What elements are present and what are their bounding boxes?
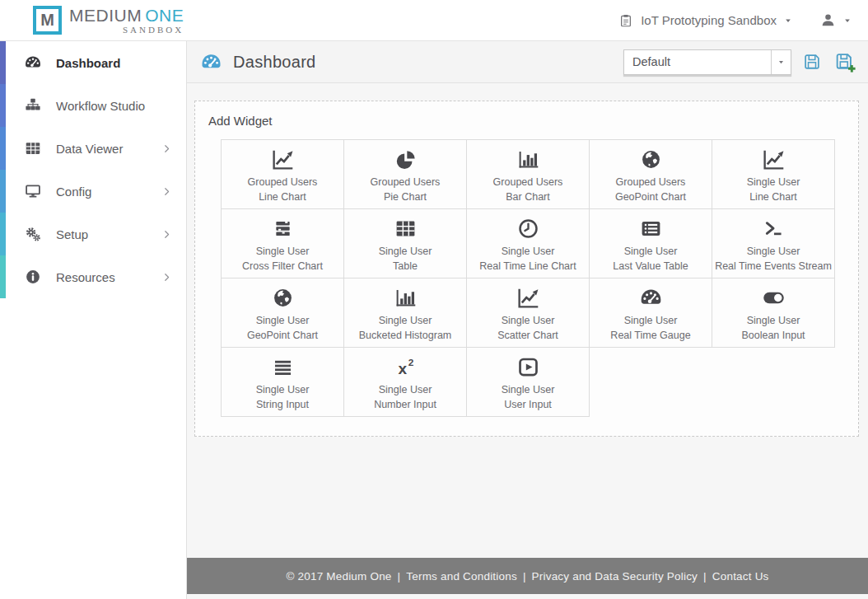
widget-group-label: Single User (256, 382, 310, 397)
widget-single-user-boolean-input[interactable]: Single User Boolean Input (712, 278, 835, 348)
widget-type-label: Boolean Input (741, 328, 805, 343)
logo-text-medium: MEDIUM (69, 6, 142, 25)
footer-link-privacy-and-data-security-policy[interactable]: Privacy and Data Security Policy (532, 570, 698, 583)
pie-chart-icon (394, 147, 418, 171)
content-area: Add Widget Grouped Users Line Chart Grou… (187, 83, 868, 558)
widget-type-label: Cross Filter Chart (242, 259, 323, 274)
widget-single-user-scatter-chart[interactable]: Single User Scatter Chart (467, 278, 590, 348)
sidebar-accent-config (0, 170, 6, 213)
sitemap-icon (24, 96, 42, 115)
widget-single-user-real-time-gauge[interactable]: Single User Real Time Gauge (590, 278, 712, 348)
chevron-right-icon (162, 230, 171, 239)
footer-separator: | (398, 570, 401, 583)
sidebar-item-data-viewer[interactable]: Data Viewer (0, 127, 186, 170)
caret-down-icon (777, 58, 785, 66)
widget-single-user-cross-filter-chart[interactable]: Single User Cross Filter Chart (222, 209, 344, 278)
widget-group-label: Single User (502, 313, 555, 328)
widget-single-user-last-value-table[interactable]: Single User Last Value Table (590, 209, 712, 278)
line-chart-icon (271, 147, 295, 171)
sidebar-item-setup[interactable]: Setup (0, 213, 186, 255)
logo-subtitle: SANDBOX (123, 26, 184, 35)
widget-single-user-bucketed-histogram[interactable]: Single User Bucketed Histogram (344, 278, 467, 348)
sidebar-accent-dashboard (0, 41, 6, 84)
sidebar-accent-workflow-studio (0, 84, 6, 127)
footer-link-contact-us[interactable]: Contact Us (712, 570, 769, 583)
sandbox-selector-label: IoT Prototyping Sandbox (641, 13, 777, 27)
widget-group-label: Single User (747, 175, 800, 190)
info-icon (24, 268, 42, 286)
sidebar-item-dashboard[interactable]: Dashboard (0, 41, 186, 84)
widget-single-user-real-time-events-stream[interactable]: Single User Real Time Events Stream (712, 209, 835, 278)
widget-group-label: Single User (502, 244, 555, 259)
account-menu[interactable] (820, 12, 852, 28)
page-header: Dashboard Default (187, 41, 868, 83)
clipboard-icon (618, 13, 633, 28)
line-chart-icon (762, 147, 786, 171)
footer: © 2017 Medium One|Terms and Conditions|P… (187, 558, 868, 594)
gauge-icon (24, 54, 42, 72)
dashboard-select-caret-button[interactable] (771, 50, 791, 74)
shell: Dashboard Workflow Studio Data Viewer Co… (0, 41, 868, 599)
bar-chart-icon (516, 147, 540, 171)
widget-group-label: Single User (747, 313, 800, 328)
globe-icon (639, 147, 663, 171)
add-widget-panel: Add Widget Grouped Users Line Chart Grou… (194, 101, 859, 437)
widget-grouped-users-pie-chart[interactable]: Grouped Users Pie Chart (344, 140, 467, 209)
widget-single-user-string-input[interactable]: Single User String Input (222, 348, 344, 417)
page-title: Dashboard (233, 53, 316, 72)
sidebar-item-config[interactable]: Config (0, 170, 186, 213)
save-icon (802, 52, 822, 72)
gears-icon (24, 225, 42, 243)
widget-type-label: GeoPoint Chart (615, 190, 686, 204)
dashboard-select[interactable]: Default (623, 49, 791, 75)
logo-text: MEDIUMONE SANDBOX (69, 7, 184, 35)
sidebar-nav: Dashboard Workflow Studio Data Viewer Co… (0, 41, 186, 298)
save-as-new-dashboard-button[interactable] (833, 49, 857, 74)
widget-type-label: Bar Chart (506, 190, 550, 204)
widget-grouped-users-line-chart[interactable]: Grouped Users Line Chart (222, 140, 344, 209)
widget-type-label: Line Chart (749, 190, 797, 204)
sidebar-item-resources[interactable]: Resources (0, 255, 186, 298)
list-icon (639, 217, 663, 241)
add-widget-title: Add Widget (208, 114, 858, 128)
line-chart-icon (516, 286, 540, 310)
widget-single-user-number-input[interactable]: Single User Number Input (344, 348, 467, 417)
save-plus-icon (834, 51, 856, 73)
widget-single-user-real-time-line-chart[interactable]: Single User Real Time Line Chart (467, 209, 590, 278)
widget-group-label: Grouped Users (616, 175, 686, 190)
save-dashboard-button[interactable] (800, 50, 824, 73)
widget-single-user-line-chart[interactable]: Single User Line Chart (712, 140, 835, 209)
toggle-icon (762, 286, 786, 310)
widget-type-label: Last Value Table (613, 259, 688, 274)
widget-group-label: Single User (624, 244, 678, 259)
widget-group-label: Grouped Users (248, 175, 318, 190)
sidebar-accent-strip (0, 41, 6, 298)
sidebar-accent-data-viewer (0, 127, 6, 170)
widget-group-label: Single User (624, 313, 678, 328)
widget-group-label: Single User (256, 313, 310, 328)
app-root: M MEDIUMONE SANDBOX IoT Prototyping Sand… (0, 0, 868, 599)
widget-grid: Grouped Users Line Chart Grouped Users P… (221, 139, 835, 417)
main-area: Dashboard Default (187, 41, 868, 599)
sidebar-item-label: Resources (56, 270, 162, 284)
sidebar-item-workflow-studio[interactable]: Workflow Studio (0, 84, 186, 127)
footer-link-terms-and-conditions[interactable]: Terms and Conditions (406, 570, 517, 583)
caret-down-icon (784, 16, 792, 25)
sidebar-item-label: Workflow Studio (56, 99, 162, 113)
widget-single-user-table[interactable]: Single User Table (344, 209, 467, 278)
sidebar-item-label: Setup (56, 227, 162, 241)
widget-single-user-user-input[interactable]: Single User User Input (467, 348, 590, 417)
widget-grouped-users-geopoint-chart[interactable]: Grouped Users GeoPoint Chart (590, 140, 712, 209)
logo[interactable]: M MEDIUMONE SANDBOX (33, 6, 184, 35)
widget-group-label: Single User (379, 244, 432, 259)
widget-group-label: Single User (502, 382, 555, 397)
widget-grouped-users-bar-chart[interactable]: Grouped Users Bar Chart (467, 140, 590, 209)
widget-group-label: Single User (379, 313, 432, 328)
logo-text-one: ONE (145, 6, 184, 25)
logo-mark: M (33, 6, 62, 35)
widget-single-user-geopoint-chart[interactable]: Single User GeoPoint Chart (222, 278, 344, 348)
widget-type-label: Real Time Gauge (610, 328, 690, 343)
widget-type-label: String Input (256, 397, 309, 412)
sandbox-selector[interactable]: IoT Prototyping Sandbox (618, 13, 792, 28)
desktop-icon (24, 182, 42, 200)
